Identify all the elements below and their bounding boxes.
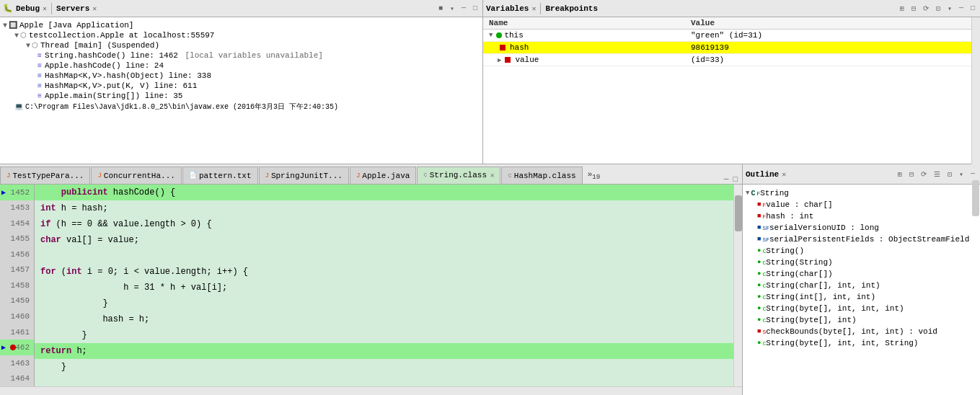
var-value-hash: 98619139: [691, 43, 974, 52]
outline-item-string-ctor0[interactable]: ● C String(): [746, 245, 977, 257]
method-icon-0: ●: [757, 247, 761, 254]
editor-gutter: ▶ 1452 1453 1454 1455 1456 1457 1458 145…: [0, 185, 35, 386]
outline-minimize[interactable]: ─: [968, 169, 977, 179]
outline-btn1[interactable]: ⊞: [896, 169, 904, 179]
tab-concurrent[interactable]: J ConcurrentHa...: [91, 167, 181, 184]
var-name-value: ▶ value: [489, 56, 691, 64]
var-dropdown-icon[interactable]: ▾: [945, 4, 954, 14]
tab-springjunit[interactable]: J SpringJunitT...: [259, 167, 349, 184]
code-line-1458: h = 31 * h + val[i];: [35, 280, 733, 296]
tab-label-springjunit: SpringJunitT...: [271, 172, 343, 180]
tab-pattern[interactable]: 📄 pattern.txt: [182, 167, 258, 184]
tab-overflow[interactable]: »19: [583, 167, 605, 184]
outline-label-ctor2: String(char[]): [766, 270, 832, 278]
tree-item-connection[interactable]: ▼ ⬡ testcollection.Apple at localhost:55…: [3, 30, 480, 40]
tab-string[interactable]: c String.class ✕: [417, 167, 500, 184]
outline-close-icon[interactable]: ✕: [782, 170, 786, 179]
var-minimize-icon[interactable]: ─: [957, 4, 966, 13]
col-name-header: Name: [489, 19, 691, 27]
var-row-hash[interactable]: hash 98619139: [483, 42, 980, 54]
tab-label-pattern: pattern.txt: [199, 172, 252, 180]
tree-item-exe[interactable]: 💻 C:\Program Files\Java\jdk1.8.0_25\bin\…: [3, 101, 480, 112]
tree-frame-label: Apple.main(String[]) line: 35: [45, 92, 182, 100]
outline-item-string-ctor6[interactable]: ● C String(byte[], int): [746, 314, 977, 326]
outline-btn2[interactable]: ⊟: [907, 169, 916, 179]
outline-dropdown[interactable]: ▾: [957, 169, 966, 179]
outline-btn5[interactable]: ⊡: [945, 169, 954, 179]
var-row-value[interactable]: ▶ value (id=33): [483, 54, 980, 66]
servers-title: Servers: [56, 4, 89, 13]
col-value-header: Value: [691, 19, 974, 27]
tree-item-frame-0[interactable]: ≡ String.hashCode() line: 1462 [local va…: [3, 50, 480, 61]
tab-ctrl-minimize[interactable]: ─: [723, 175, 730, 184]
tree-item-frame-1[interactable]: ≡ Apple.hashCode() line: 24: [3, 61, 480, 71]
outline-item-string-ctor5[interactable]: ● C String(byte[], int, int, int): [746, 303, 977, 314]
outline-vscroll-thumb[interactable]: [972, 180, 979, 216]
outline-item-string-class[interactable]: ▼ C F String: [746, 187, 977, 199]
editor-vscroll[interactable]: [733, 185, 742, 386]
dropdown-icon[interactable]: ▾: [448, 4, 456, 14]
method-icon-3: ●: [757, 282, 761, 289]
tree-expand-arrow[interactable]: ▼: [26, 42, 30, 50]
var-toolbar-btn2[interactable]: ⊟: [909, 4, 918, 14]
tree-expand-arrow[interactable]: ▼: [3, 22, 7, 30]
tree-thread-label: Thread [main] (Suspended): [40, 41, 159, 50]
method-icon-2: ●: [757, 270, 761, 278]
tree-item-frame-3[interactable]: ≡ HashMap<K,V>.put(K, V) line: 611: [3, 81, 480, 91]
var-maximize-icon[interactable]: □: [968, 4, 977, 13]
tree-item-app[interactable]: ▼ 🔲 Apple [Java Application]: [3, 20, 480, 30]
var-toolbar-btn3[interactable]: ⟳: [921, 4, 931, 14]
outline-item-hash-field[interactable]: ■ F hash : int: [746, 210, 977, 222]
outline-btn3[interactable]: ⟳: [919, 169, 929, 179]
outline-expand-arrow[interactable]: ▼: [746, 190, 749, 197]
variables-close-icon[interactable]: ✕: [531, 4, 536, 13]
tree-app-label: Apple [Java Application]: [19, 21, 133, 30]
outline-item-string-ctor2[interactable]: ● C String(char[]): [746, 268, 977, 280]
stop-icon[interactable]: ■: [436, 4, 445, 13]
editor-hscroll[interactable]: [0, 386, 742, 395]
debug-close-icon[interactable]: ✕: [43, 4, 47, 13]
gutter-line-1453: 1453: [0, 200, 34, 216]
outline-btn4[interactable]: ☰: [932, 169, 943, 179]
tree-item-frame-2[interactable]: ≡ HashMap<K,V>.hash(Object) line: 338: [3, 71, 480, 81]
minimize-icon[interactable]: ─: [459, 4, 468, 13]
var-toolbar-btn4[interactable]: ⊡: [934, 4, 943, 14]
maximize-icon[interactable]: □: [471, 4, 480, 13]
outline-label-ctor6: String(byte[], int): [766, 316, 856, 324]
gutter-line-1455: 1455: [0, 231, 34, 247]
tab-testtype[interactable]: J TestTypePara...: [0, 167, 90, 184]
expand-arrow[interactable]: ▶: [498, 56, 501, 64]
outline-item-string-ctor1[interactable]: ● C String(String): [746, 257, 977, 268]
tab-ctrl-maximize[interactable]: □: [731, 175, 739, 184]
tree-expand-arrow[interactable]: ▼: [14, 32, 19, 40]
tab-apple[interactable]: J Apple.java: [350, 167, 416, 184]
vscroll-thumb[interactable]: [735, 195, 742, 231]
gutter-line-1463: 1463: [0, 355, 34, 371]
outline-item-string-ctor7[interactable]: ● C String(byte[], int, int, String): [746, 337, 977, 349]
tree-item-frame-4[interactable]: ≡ Apple.main(String[]) line: 35: [3, 91, 480, 101]
tab-label-concurrent: ConcurrentHa...: [104, 172, 175, 180]
outline-item-string-ctor3[interactable]: ● C String(char[], int, int): [746, 280, 977, 291]
editor-section: J TestTypePara... J ConcurrentHa... 📄 pa…: [0, 164, 742, 395]
outline-item-value-field[interactable]: ■ F value : char[]: [746, 199, 977, 210]
gutter-line-1458: 1458: [0, 278, 34, 293]
outline-item-string-ctor4[interactable]: ● C String(int[], int, int): [746, 291, 977, 303]
var-row-this[interactable]: ▼ this "green" (id=31): [483, 30, 980, 42]
tree-item-thread[interactable]: ▼ ⬡ Thread [main] (Suspended): [3, 40, 480, 50]
outline-item-serialpersistent[interactable]: ■ SF serialPersistentFields : ObjectStre…: [746, 234, 977, 245]
tab-hashmap[interactable]: c HashMap.class: [501, 167, 582, 184]
editor-code[interactable]: public int hashCode() { int h = hash; if…: [35, 185, 733, 386]
code-line-1456: [35, 248, 733, 264]
variables-scrollbar[interactable]: [971, 17, 980, 164]
outline-item-serialversionuid[interactable]: ■ SF serialVersionUID : long: [746, 222, 977, 234]
code-line-1452: public int hashCode() {: [35, 185, 733, 200]
outline-item-checkbounds[interactable]: ■ S checkBounds(byte[], int, int) : void: [746, 326, 977, 337]
servers-close-icon[interactable]: ✕: [92, 4, 97, 13]
expand-arrow[interactable]: ▼: [489, 32, 493, 39]
tab-close-icon[interactable]: ✕: [490, 172, 494, 179]
frame-icon: ≡: [37, 72, 42, 80]
var-toolbar-btn1[interactable]: ⊞: [898, 4, 906, 14]
code-line-1455: char val[] = value;: [35, 232, 733, 248]
method-icon-7: ●: [757, 339, 761, 347]
method-icon-checkbounds: ■: [757, 328, 761, 335]
